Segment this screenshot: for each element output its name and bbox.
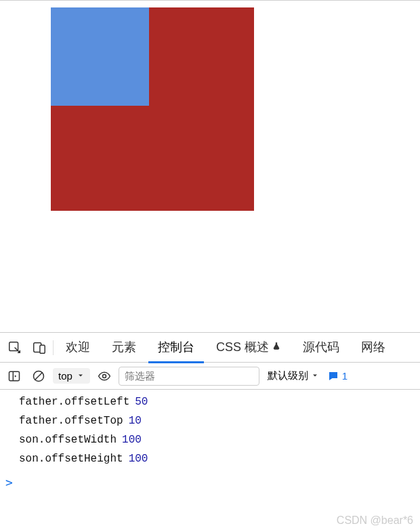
console-toolbar: top 默认级别 1 [0,363,420,390]
father-box [51,7,254,211]
inspect-icon[interactable] [4,337,26,359]
issues-count: 1 [342,370,348,382]
log-line: son.offsetWidth 100 [0,430,420,449]
log-line: son.offsetHeight 100 [0,449,420,468]
tab-sources[interactable]: 源代码 [293,333,349,363]
svg-rect-2 [40,345,45,353]
son-box [51,7,149,106]
divider [53,340,54,355]
console-prompt[interactable]: > [0,471,420,493]
svg-point-7 [102,374,106,378]
clear-console-icon[interactable] [28,366,49,386]
chevron-down-icon [77,370,85,382]
prompt-chevron-icon: > [5,475,13,489]
log-value: 10 [129,415,142,427]
live-expression-icon[interactable] [94,366,114,386]
device-toggle-icon[interactable] [28,337,50,359]
flask-icon [272,340,281,354]
devtools-tabbar: 欢迎 元素 控制台 CSS 概述 源代码 网络 [0,333,420,363]
toggle-sidebar-icon[interactable] [4,366,24,386]
log-key: father.offsetLeft [19,396,129,408]
issues-button[interactable]: 1 [327,370,348,382]
tab-css-overview[interactable]: CSS 概述 [207,333,291,363]
tab-welcome[interactable]: 欢迎 [56,333,100,363]
log-value: 100 [129,453,148,465]
frame-selector-label: top [58,370,72,382]
filter-input[interactable] [119,367,259,386]
svg-rect-3 [9,371,20,380]
svg-line-6 [35,372,43,380]
tab-network[interactable]: 网络 [352,333,395,363]
log-line: father.offsetLeft 50 [0,392,420,411]
tab-elements[interactable]: 元素 [102,333,146,363]
log-value: 50 [135,396,148,408]
log-level-label: 默认级别 [268,369,308,382]
log-key: son.offsetWidth [19,434,117,446]
log-value: 100 [122,434,142,446]
tab-css-overview-label: CSS 概述 [216,339,269,355]
log-key: father.offsetTop [19,415,123,427]
chevron-down-icon [311,370,319,382]
devtools-panel: 欢迎 元素 控制台 CSS 概述 源代码 网络 top 默认级别 [0,332,420,528]
console-output: father.offsetLeft 50 father.offsetTop 10… [0,390,420,471]
rendered-page [0,0,420,332]
log-line: father.offsetTop 10 [0,411,420,430]
chat-icon [327,370,339,382]
log-level-selector[interactable]: 默认级别 [264,369,323,382]
log-key: son.offsetHeight [19,453,123,465]
frame-selector[interactable]: top [53,368,90,384]
tab-console[interactable]: 控制台 [148,333,204,363]
